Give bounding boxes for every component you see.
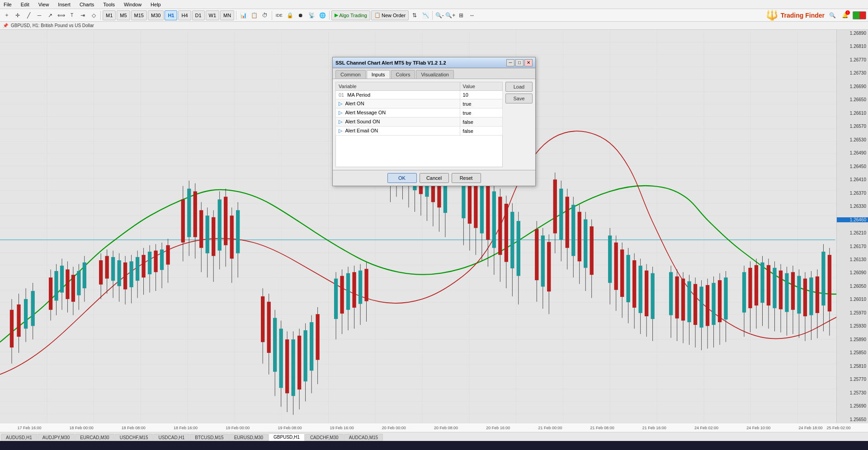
hline-button[interactable]: ─ — [34, 10, 44, 20]
save-button[interactable]: Save — [505, 94, 533, 103]
tab-common[interactable]: Common — [335, 70, 366, 79]
menu-file[interactable]: File — [2, 2, 14, 7]
tf-h1[interactable]: H1 — [165, 10, 177, 20]
separator-5 — [432, 11, 433, 20]
chart-tab-audjpy-m30[interactable]: AUDJPY,M30 — [38, 434, 75, 441]
params-table: Variable Value 01 MA Period — [335, 82, 503, 136]
reset-button[interactable]: Reset — [452, 173, 481, 183]
tf-m30[interactable]: M30 — [148, 10, 164, 20]
arrow-button[interactable]: ⇥ — [78, 10, 88, 20]
chart-tab-eurcad-m30[interactable]: EURCAD,M30 — [75, 434, 114, 441]
depth-button[interactable]: ⇅ — [410, 10, 420, 20]
chart-tab-audcad-m15[interactable]: AUDCAD,M15 — [344, 434, 383, 441]
tab-inputs[interactable]: Inputs — [367, 70, 390, 79]
table-row[interactable]: ▷ Alert ON true — [336, 99, 503, 108]
main-area: 1.26890 1.26810 1.26770 1.26730 1.26690 … — [0, 30, 868, 441]
table-row[interactable]: ▷ Alert Message ON true — [336, 108, 503, 117]
algo-trading-button[interactable]: ▶ Algo Trading — [331, 10, 370, 20]
param-name: ▷ Alert ON — [336, 99, 460, 108]
dialog-footer: OK Cancel Reset — [333, 170, 535, 186]
table-row[interactable]: ▷ Alert Email ON false — [336, 127, 503, 136]
chart-tab-usdcad-h1[interactable]: USDCAD,H1 — [153, 434, 189, 441]
record-button[interactable]: ⏺ — [296, 10, 306, 20]
tf-m15[interactable]: M15 — [131, 10, 147, 20]
time-label: 19 Feb 08:00 — [278, 426, 302, 430]
param-value[interactable]: 10 — [460, 91, 502, 99]
tf-mn[interactable]: MN — [220, 10, 234, 20]
tab-visualization[interactable]: Visualization — [416, 70, 454, 79]
table-row[interactable]: ▷ Alert Sound ON false — [336, 117, 503, 127]
search-button[interactable]: 🔍 — [827, 10, 837, 20]
crosshair-button[interactable]: ✛ — [13, 10, 23, 20]
menu-help[interactable]: Help — [149, 2, 163, 7]
symbol-bar: 📌 GBPUSD, H1: British Pound vs US Dollar — [0, 22, 868, 30]
ide-button[interactable]: IDE — [274, 10, 284, 20]
param-value[interactable]: true — [460, 99, 502, 108]
load-button[interactable]: Load — [505, 82, 533, 92]
tab-colors[interactable]: Colors — [391, 70, 415, 79]
param-value[interactable]: false — [460, 127, 502, 136]
tf-h4[interactable]: H4 — [178, 10, 191, 20]
chart-tab-btcusd-m15[interactable]: BTCUSD,M15 — [190, 434, 228, 441]
dialog-titlebar[interactable]: SSL Channel Chart Alert MT5 by TFlab V1.… — [333, 57, 535, 68]
ok-button[interactable]: OK — [387, 173, 417, 183]
dialog-close-button[interactable]: ✕ — [524, 59, 533, 66]
lock-button[interactable]: 🔒 — [285, 10, 295, 20]
template-button[interactable]: 📋 — [249, 10, 259, 20]
separator-4 — [329, 11, 330, 20]
empty-param-area — [335, 136, 503, 167]
new-chart-button[interactable]: ＋ — [2, 10, 12, 20]
tf-d1[interactable]: D1 — [192, 10, 205, 20]
time-label: 21 Feb 00:00 — [538, 426, 562, 430]
dialog-content: Variable Value 01 MA Period — [333, 79, 535, 170]
chart-tab-audusd-h1[interactable]: AUDUSD,H1 — [1, 434, 37, 441]
menu-window[interactable]: Window — [122, 2, 143, 7]
param-value[interactable]: false — [460, 117, 502, 127]
chart-tab-eurusd-m30[interactable]: EURUSD,M30 — [229, 434, 268, 441]
menu-view[interactable]: View — [37, 2, 51, 7]
dialog-minimize-button[interactable]: ─ — [506, 59, 514, 66]
menu-edit[interactable]: Edit — [19, 2, 31, 7]
indicators-button[interactable]: 📊 — [238, 10, 248, 20]
time-label: 17 Feb 16:00 — [17, 426, 41, 430]
notifications-button[interactable]: 🔔! — [840, 10, 850, 20]
arrow-icon: ▷ — [339, 128, 342, 133]
chart-area[interactable]: 1.26890 1.26810 1.26770 1.26730 1.26690 … — [0, 30, 868, 423]
tf-w1[interactable]: W1 — [206, 10, 220, 20]
trading-finder-logo: 🔱 — [766, 9, 778, 21]
tf-m1[interactable]: M1 — [103, 10, 116, 20]
line-button[interactable]: ╱ — [24, 10, 33, 20]
auto-scroll-button[interactable]: ↔ — [467, 10, 477, 20]
menu-insert[interactable]: Insert — [56, 2, 72, 7]
text-button[interactable]: T — [67, 10, 77, 20]
table-row[interactable]: 01 MA Period 10 — [336, 91, 503, 99]
menu-charts[interactable]: Charts — [78, 2, 96, 7]
market-button[interactable]: 🌐 — [317, 10, 327, 20]
menu-tools[interactable]: Tools — [101, 2, 117, 7]
chart-tab-usdchf-m15[interactable]: USDCHF,M15 — [115, 434, 153, 441]
buy-sell-indicator — [853, 11, 866, 19]
trendline-button[interactable]: ↗ — [45, 10, 55, 20]
time-label: 19 Feb 00:00 — [226, 426, 250, 430]
param-value[interactable]: true — [460, 108, 502, 117]
tf-m5[interactable]: M5 — [117, 10, 130, 20]
channel-button[interactable]: ⟺ — [56, 10, 66, 20]
symbol-label: GBPUSD, H1: British Pound vs US Dollar — [11, 23, 94, 28]
signal-button[interactable]: 📡 — [307, 10, 316, 20]
dialog-maximize-button[interactable]: □ — [515, 59, 524, 66]
shapes-button[interactable]: ◇ — [89, 10, 99, 20]
time-label: 19 Feb 16:00 — [330, 426, 354, 430]
mini-chart-button[interactable]: 📉 — [420, 10, 430, 20]
chart-tab-gbpusd-h1[interactable]: GBPUSD,H1 — [269, 433, 305, 441]
zoom-in-button[interactable]: 🔍+ — [445, 10, 455, 20]
new-order-button[interactable]: 📋 New Order — [371, 10, 409, 20]
chart-tab-cadchf-m30[interactable]: CADCHF,M30 — [305, 434, 344, 441]
time-label: 24 Feb 10:00 — [746, 426, 770, 430]
grid-button[interactable]: ⊞ — [456, 10, 466, 20]
zoom-out-button[interactable]: 🔍- — [434, 10, 444, 20]
logo-area: 🔱 Trading Finder 🔍 🔔! — [766, 9, 866, 21]
period-button[interactable]: ⏱ — [260, 10, 270, 20]
cancel-button[interactable]: Cancel — [420, 173, 449, 183]
modal-overlay: SSL Channel Chart Alert MT5 by TFlab V1.… — [0, 30, 868, 423]
dialog-tabs: Common Inputs Colors Visualization — [333, 68, 535, 79]
